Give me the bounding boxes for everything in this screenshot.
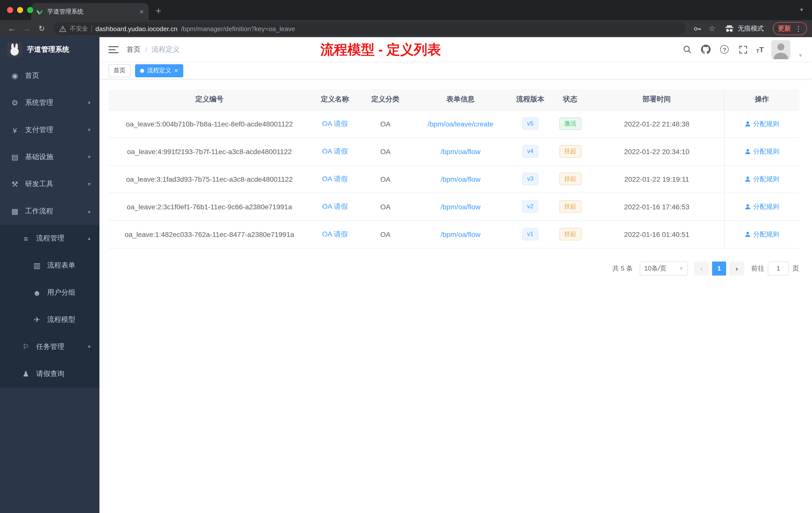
form-link[interactable]: /bpm/oa/flow — [441, 147, 481, 155]
navbar-actions: ? TT ▼ — [682, 40, 803, 59]
table-header-row: 定义编号 定义名称 定义分类 表单信息 流程版本 状态 部署时间 操作 — [109, 89, 800, 110]
chevron-down-icon: ▼ — [87, 182, 91, 187]
definition-id: oa_leave:1:482ec033-762a-11ec-8477-a2380… — [109, 220, 310, 248]
bookmark-star-icon[interactable]: ☆ — [705, 22, 719, 35]
sidebar-item-process-management[interactable]: ≡ 流程管理 ▲ — [0, 225, 99, 252]
close-window-button[interactable] — [7, 7, 13, 13]
pagination: 共 5 条 10条/页 ▼ ‹ 1 › 前往 页 — [109, 261, 799, 275]
assign-rule-link[interactable]: 分配规则 — [745, 175, 779, 183]
tab-close-icon[interactable]: × — [140, 8, 144, 15]
chevron-down-icon: ▼ — [87, 127, 91, 132]
form-link[interactable]: /bpm/oa/flow — [441, 175, 481, 183]
active-dot-icon — [140, 68, 144, 72]
user-icon — [745, 148, 751, 154]
form-link[interactable]: /bpm/oa/leave/create — [428, 120, 493, 128]
assign-rule-link[interactable]: 分配规则 — [745, 119, 779, 128]
sidebar-item-label: 研发工具 — [25, 180, 53, 189]
status-badge: 挂起 — [559, 173, 581, 185]
sidebar-item-label: 系统管理 — [25, 98, 53, 108]
font-size-icon[interactable]: TT — [756, 45, 764, 54]
form-link[interactable]: /bpm/oa/flow — [441, 203, 481, 211]
caret-down-icon[interactable]: ▼ — [798, 53, 803, 58]
reload-button[interactable]: ↻ — [35, 22, 48, 35]
address-bar[interactable]: 不安全 dashboard.yudao.iocoder.cn/bpm/manag… — [53, 22, 686, 35]
goto-label: 前往 — [751, 264, 764, 273]
definition-category: OA — [359, 220, 411, 248]
assign-rule-link[interactable]: 分配规则 — [745, 230, 779, 239]
forward-button[interactable]: → — [20, 22, 33, 35]
assign-rule-link[interactable]: 分配规则 — [745, 147, 779, 156]
zoom-window-button[interactable] — [27, 7, 33, 13]
current-page-button[interactable]: 1 — [712, 261, 726, 275]
status-badge: 挂起 — [559, 145, 581, 158]
sidebar-item-home[interactable]: ◉ 首页 — [0, 62, 99, 89]
page-size-select[interactable]: 10条/页 ▼ — [640, 261, 688, 275]
definition-name-link[interactable]: OA 请假 — [322, 119, 348, 127]
prev-page-button[interactable]: ‹ — [694, 261, 709, 275]
deploy-time: 2022-01-16 01:40:51 — [589, 220, 724, 248]
definition-name-link[interactable]: OA 请假 — [322, 175, 348, 182]
tag-process-definition[interactable]: 流程定义 × — [135, 64, 183, 77]
dashboard-icon: ◉ — [10, 71, 20, 80]
url-domain: dashboard.yudao.iocoder.cn — [95, 25, 177, 32]
back-button[interactable]: ← — [5, 22, 18, 35]
breadcrumb: 首页 / 流程定义 — [126, 45, 180, 54]
definition-name-link[interactable]: OA 请假 — [322, 230, 348, 238]
tab-search-chevron-icon[interactable]: ▾ — [800, 6, 803, 13]
sidebar-item-process-form[interactable]: ▥ 流程表单 — [0, 252, 99, 279]
browser-tab[interactable]: 芋道管理系统 × — [31, 3, 149, 20]
minimize-window-button[interactable] — [17, 7, 23, 13]
tag-close-icon[interactable]: × — [174, 67, 178, 74]
fullscreen-icon[interactable] — [738, 44, 749, 55]
user-icon — [745, 121, 751, 127]
tab-strip: 芋道管理系统 × + ▾ — [0, 0, 812, 20]
incognito-badge: 无痕模式 — [725, 24, 764, 33]
process-list-icon: ≡ — [21, 234, 31, 243]
goto-page-input[interactable] — [768, 261, 789, 275]
page-size-value: 10条/页 — [644, 264, 666, 273]
help-icon[interactable]: ? — [719, 44, 730, 55]
password-key-icon[interactable] — [691, 22, 703, 35]
form-link[interactable]: /bpm/oa/flow — [441, 230, 481, 238]
next-page-button[interactable]: › — [729, 261, 744, 275]
github-icon[interactable] — [700, 44, 712, 55]
deploy-time: 2022-01-22 19:19:11 — [589, 165, 724, 193]
sidebar-item-leave-query[interactable]: ♟ 请假查询 — [0, 360, 99, 388]
definition-name-link[interactable]: OA 请假 — [322, 147, 348, 155]
tag-home[interactable]: 首页 — [109, 64, 130, 77]
sidebar-item-devtools[interactable]: ⚒ 研发工具 ▼ — [0, 171, 99, 198]
definition-name-link[interactable]: OA 请假 — [322, 202, 348, 210]
update-button[interactable]: 更新 — [778, 24, 791, 33]
user-icon — [745, 204, 751, 210]
sidebar-item-task-management[interactable]: ⚐ 任务管理 ▼ — [0, 333, 99, 360]
sidebar-item-system[interactable]: ⚙ 系统管理 ▼ — [0, 89, 99, 117]
sidebar-toggle-icon[interactable] — [109, 46, 118, 53]
sidebar-item-label: 流程模型 — [47, 315, 75, 324]
logo-title: 芋道管理系统 — [27, 45, 69, 54]
tags-bar: 首页 流程定义 × — [99, 62, 812, 79]
incognito-icon — [725, 25, 734, 32]
sidebar-item-process-model[interactable]: ✈ 流程模型 — [0, 306, 99, 333]
assign-rule-link[interactable]: 分配规则 — [745, 202, 779, 211]
sidebar-item-label: 首页 — [25, 71, 39, 80]
definition-table: 定义编号 定义名称 定义分类 表单信息 流程版本 状态 部署时间 操作 oa_l — [109, 89, 800, 248]
sidebar-item-infrastructure[interactable]: ▤ 基础设施 ▼ — [0, 144, 99, 171]
version-badge: v4 — [522, 145, 538, 158]
search-icon[interactable] — [682, 44, 693, 55]
sidebar-item-user-group[interactable]: ☻ 用户分组 — [0, 279, 99, 306]
browser-menu-icon[interactable]: ⋮ — [795, 25, 802, 33]
update-pill: 更新 ⋮ — [773, 22, 807, 35]
new-tab-button[interactable]: + — [156, 5, 161, 17]
sidebar-item-label: 支付管理 — [25, 125, 53, 134]
sidebar-logo[interactable]: 芋道管理系统 — [0, 37, 99, 62]
table-row: oa_leave:3:1fad3d93-7b75-11ec-a3c8-acde4… — [109, 165, 800, 193]
sidebar-item-workflow[interactable]: ▦ 工作流程 ▲ — [0, 198, 99, 225]
user-group-icon: ☻ — [32, 289, 42, 297]
sidebar: 芋道管理系统 ◉ 首页 ⚙ 系统管理 ▼ ¥ 支付管理 ▼ ▤ 基础设施 ▼ — [0, 37, 99, 513]
sidebar-item-payment[interactable]: ¥ 支付管理 ▼ — [0, 117, 99, 144]
sidebar-item-label: 流程表单 — [47, 261, 75, 270]
table-row: oa_leave:2:3c1f0ef1-76b1-11ec-9c66-a2380… — [109, 193, 800, 220]
breadcrumb-home[interactable]: 首页 — [126, 45, 141, 54]
avatar[interactable] — [771, 40, 790, 59]
dev-tools-icon: ⚒ — [10, 180, 20, 189]
